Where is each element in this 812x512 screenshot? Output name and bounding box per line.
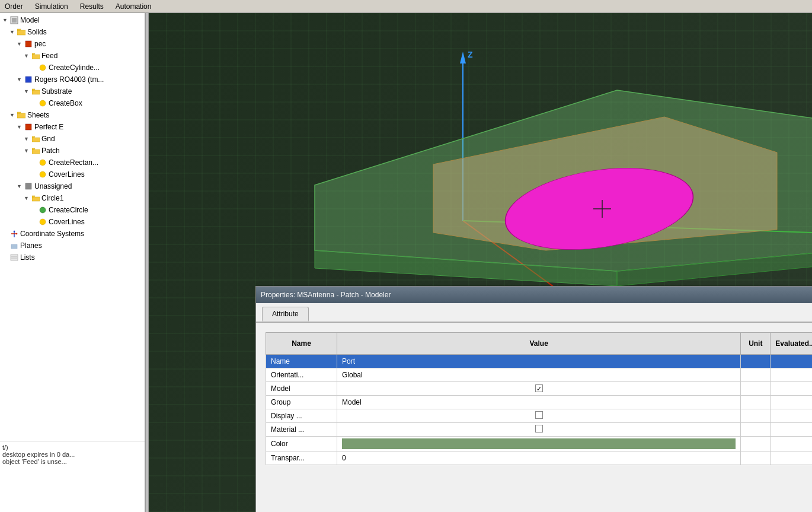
menu-simulation[interactable]: Simulation: [33, 1, 71, 12]
node-label-coverlines2: CoverLines: [49, 217, 85, 227]
node-icon-coverlines2: [38, 218, 47, 226]
tree-node-model[interactable]: ▼Model: [0, 14, 145, 26]
svg-rect-4: [25, 77, 31, 82]
table-row: Orientati...Global: [266, 368, 813, 382]
node-icon-unassigned: [24, 182, 33, 190]
cell-prop-name: Model: [266, 382, 337, 396]
status-area: t/)desktop expires in 0 da...object 'Fee…: [0, 441, 145, 512]
tree-node-coverlines2[interactable]: CoverLines: [0, 216, 145, 228]
node-icon-createrectangle: [38, 158, 47, 167]
props-table: Name Value Unit Evaluated... Description…: [266, 332, 812, 465]
node-icon-lists: [9, 253, 19, 262]
cell-prop-value: ✓: [337, 382, 741, 396]
expand-icon-pec: ▼: [17, 39, 24, 49]
table-row: Name: [266, 355, 813, 368]
viewport[interactable]: Properties: MSAntenna - Patch - Modeler …: [149, 13, 812, 512]
cell-prop-name: Orientati...: [266, 368, 337, 382]
sidebar: ▼Model▼Solids▼pec▼FeedCreateCylinde...▼R…: [0, 13, 145, 512]
svg-point-7: [40, 160, 46, 166]
cell-prop-value: Global: [337, 368, 741, 382]
table-row: Transpar...0: [266, 451, 813, 465]
menu-order[interactable]: Order: [2, 1, 25, 12]
checkbox[interactable]: ✓: [535, 384, 543, 392]
svg-rect-9: [25, 183, 31, 189]
tree-node-createcylinder[interactable]: CreateCylinde...: [0, 62, 145, 74]
node-icon-patch: [31, 147, 40, 155]
color-swatch[interactable]: [342, 438, 736, 449]
menu-automation[interactable]: Automation: [113, 1, 154, 12]
node-icon-createcircle: [38, 206, 47, 214]
node-label-rogers: Rogers RO4003 (tm...: [34, 74, 104, 85]
tree-node-perfecte[interactable]: ▼Perfect E: [0, 121, 145, 133]
cell-prop-value[interactable]: [337, 355, 741, 368]
cell-prop-value: [337, 437, 741, 451]
tree-node-coordsystems[interactable]: Coordinate Systems: [0, 228, 145, 240]
dialog-titlebar[interactable]: Properties: MSAntenna - Patch - Modeler …: [256, 287, 812, 303]
expand-icon-perfecte: ▼: [17, 122, 24, 132]
svg-marker-14: [14, 230, 15, 232]
tree-node-sheets[interactable]: ▼Sheets: [0, 109, 145, 121]
tree-node-patch[interactable]: ▼Patch: [0, 145, 145, 157]
cell-unit: [741, 355, 771, 368]
node-label-createbox: CreateBox: [49, 98, 82, 109]
cell-prop-name: Group: [266, 396, 337, 409]
tree-node-solids[interactable]: ▼Solids: [0, 26, 145, 38]
expand-icon-patch: ▼: [24, 145, 31, 156]
node-label-sheets: Sheets: [27, 110, 49, 120]
tree-node-createcircle[interactable]: CreateCircle: [0, 204, 145, 216]
node-label-planes: Planes: [20, 240, 42, 251]
node-label-patch: Patch: [41, 145, 60, 156]
node-icon-substrate: [31, 87, 40, 96]
tree-node-rogers[interactable]: ▼Rogers RO4003 (tm...: [0, 74, 145, 85]
checkbox[interactable]: [535, 411, 543, 419]
node-label-gnd: Gnd: [41, 133, 55, 144]
node-label-circle1: Circle1: [41, 193, 63, 203]
table-row: Material ...: [266, 423, 813, 437]
tree-node-circle1[interactable]: ▼Circle1: [0, 192, 145, 204]
node-icon-planes: [9, 241, 19, 250]
svg-point-11: [40, 219, 46, 225]
node-icon-coverlines: [38, 170, 47, 179]
checkbox[interactable]: [535, 425, 543, 433]
node-icon-gnd: [31, 135, 40, 143]
tree-node-coverlines[interactable]: CoverLines: [0, 168, 145, 180]
svg-rect-6: [25, 124, 31, 130]
node-icon-perfecte: [24, 123, 33, 131]
svg-point-5: [40, 100, 46, 106]
tree-node-createrectangle[interactable]: CreateRectan...: [0, 157, 145, 168]
menu-results[interactable]: Results: [78, 1, 106, 12]
tree-node-feed[interactable]: ▼Feed: [0, 50, 145, 62]
tree-node-unassigned[interactable]: ▼Unassigned: [0, 180, 145, 192]
inline-edit-input[interactable]: [342, 357, 736, 365]
node-label-lists: Lists: [20, 252, 35, 263]
dialog-title: Properties: MSAntenna - Patch - Modeler: [261, 291, 391, 299]
expand-icon-solids: ▼: [9, 27, 17, 37]
tab-attribute[interactable]: Attribute: [262, 307, 309, 322]
expand-icon-gnd: ▼: [24, 133, 31, 144]
cell-prop-name: Name: [266, 355, 337, 368]
svg-marker-15: [16, 233, 18, 235]
node-label-createcircle: CreateCircle: [49, 205, 88, 215]
tree-node-pec[interactable]: ▼pec: [0, 38, 145, 50]
menubar: Order Simulation Results Automation: [0, 0, 812, 13]
node-icon-circle1: [31, 194, 40, 202]
tree-node-gnd[interactable]: ▼Gnd: [0, 133, 145, 145]
cell-prop-name: Color: [266, 437, 337, 451]
cell-unit: [741, 437, 771, 451]
node-label-model: Model: [20, 15, 40, 26]
tree-node-substrate[interactable]: ▼Substrate: [0, 85, 145, 97]
tree-node-planes[interactable]: Planes: [0, 240, 145, 252]
node-label-createcylinder: CreateCylinde...: [49, 62, 100, 73]
table-row: Display ...: [266, 409, 813, 423]
tree-node-createbox[interactable]: CreateBox: [0, 97, 145, 109]
cell-prop-name: Display ...: [266, 409, 337, 423]
node-label-unassigned: Unassigned: [34, 181, 72, 192]
expand-icon-substrate: ▼: [24, 86, 31, 97]
col-header-value: Value: [337, 333, 741, 355]
tree-node-lists[interactable]: Lists: [0, 252, 145, 263]
cell-evaluated: [771, 355, 812, 368]
cell-evaluated: [771, 451, 812, 465]
status-line: desktop expires in 0 da...: [2, 451, 142, 458]
table-row: Color: [266, 437, 813, 451]
node-label-coordsystems: Coordinate Systems: [20, 228, 84, 239]
